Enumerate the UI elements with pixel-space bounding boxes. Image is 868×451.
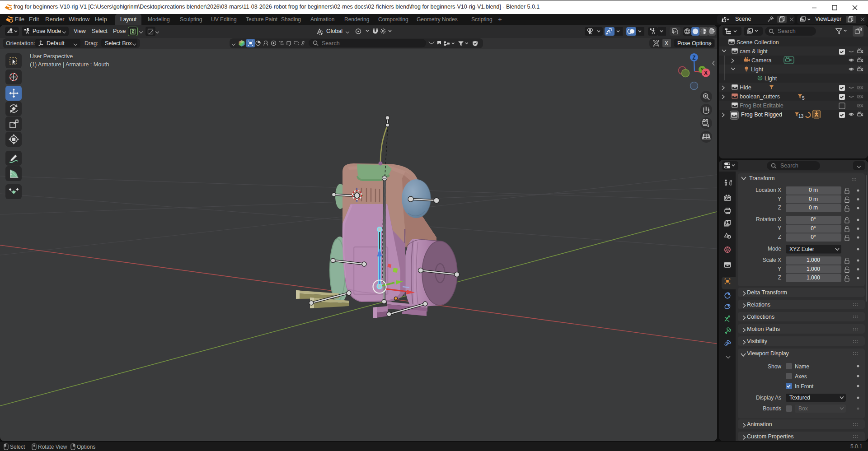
svg-text:boolean_cutters: boolean_cutters [740, 93, 780, 100]
svg-text:Light: Light [765, 75, 777, 82]
svg-text:0°: 0° [811, 234, 816, 240]
svg-text:0 m: 0 m [809, 196, 818, 202]
svg-text:Scene Collection: Scene Collection [737, 39, 779, 46]
svg-text:0°: 0° [811, 225, 816, 232]
svg-text:Location X: Location X [755, 187, 781, 193]
svg-text:Textured: Textured [789, 395, 810, 401]
svg-text:Options: Options [77, 444, 95, 450]
svg-text:Frog Bot Editable: Frog Bot Editable [740, 102, 784, 109]
svg-text:Z: Z [778, 205, 781, 211]
svg-text:Y: Y [778, 266, 781, 272]
svg-text:cam & light: cam & light [740, 48, 768, 55]
svg-text:0°: 0° [811, 216, 816, 223]
svg-text:Display As: Display As [756, 395, 781, 401]
svg-text:Y: Y [778, 196, 781, 202]
svg-text:1.000: 1.000 [807, 274, 820, 281]
svg-text:Light: Light [751, 66, 764, 73]
svg-text:Frog Bot Rigged: Frog Bot Rigged [741, 112, 782, 118]
svg-text:Box: Box [798, 405, 808, 412]
svg-text:13: 13 [798, 114, 804, 119]
svg-text:1.000: 1.000 [807, 257, 820, 263]
svg-text:Z: Z [778, 234, 781, 240]
svg-text:Y: Y [778, 225, 781, 232]
svg-text:0 m: 0 m [809, 187, 818, 193]
svg-text:Hide: Hide [740, 84, 751, 91]
svg-text:Z: Z [778, 274, 781, 281]
svg-text:0 m: 0 m [809, 205, 818, 211]
svg-text:Scale X: Scale X [763, 257, 781, 263]
svg-text:XYZ Euler: XYZ Euler [789, 246, 814, 252]
svg-text:Z: Z [692, 55, 695, 61]
svg-text:Show: Show [768, 363, 781, 370]
svg-text:Rotation X: Rotation X [756, 216, 781, 223]
svg-text:1.000: 1.000 [807, 266, 820, 272]
svg-text:Camera: Camera [751, 57, 772, 64]
svg-text:Name: Name [795, 363, 809, 370]
svg-text:Axes: Axes [795, 373, 807, 380]
svg-text:Rotate View: Rotate View [38, 444, 67, 450]
svg-text:X: X [704, 70, 708, 76]
svg-text:Mode: Mode [768, 246, 781, 252]
svg-text:Select: Select [10, 444, 25, 450]
svg-text:In Front: In Front [795, 383, 814, 390]
svg-text:Transform: Transform [749, 175, 775, 181]
svg-text:5: 5 [802, 96, 805, 101]
svg-text:Bounds: Bounds [763, 405, 781, 412]
